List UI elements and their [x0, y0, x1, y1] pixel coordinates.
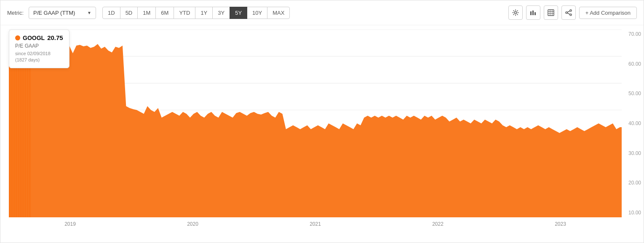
svg-rect-32: [29, 49, 30, 217]
share-icon: [565, 9, 572, 16]
x-label-2023: 2023: [555, 221, 566, 227]
svg-point-0: [514, 12, 516, 14]
chevron-down-icon: ▼: [87, 11, 91, 15]
y-label-20: 20.00: [623, 180, 644, 186]
ticker-dot: [15, 35, 20, 40]
svg-rect-30: [24, 51, 26, 217]
svg-rect-28: [20, 49, 21, 217]
svg-rect-4: [548, 10, 554, 16]
metric-select[interactable]: P/E GAAP (TTM) ▼: [29, 7, 96, 19]
svg-point-11: [566, 12, 567, 13]
time-btn-5y[interactable]: 5Y: [230, 7, 247, 19]
time-btn-6m[interactable]: 6M: [155, 7, 174, 19]
ticker-name: GOOGL: [23, 35, 45, 41]
svg-rect-3: [534, 12, 536, 15]
svg-wrapper: 70.00 60.00 50.00 40.00 30.00 20.00 10.0…: [9, 29, 644, 230]
chart-svg-container: [9, 29, 622, 217]
x-label-2022: 2022: [432, 221, 444, 227]
y-axis-labels: 70.00 60.00 50.00 40.00 30.00 20.00 10.0…: [623, 29, 644, 217]
y-label-30: 30.00: [623, 150, 644, 156]
toolbar: Metric: P/E GAAP (TTM) ▼ 1D5D1M6MYTD1Y3Y…: [0, 0, 644, 25]
tooltip-metric: P/E GAAP: [15, 43, 63, 49]
time-btn-max[interactable]: MAX: [267, 7, 290, 19]
gear-icon: [512, 9, 519, 16]
tooltip-ticker-row: GOOGL 20.75: [15, 34, 63, 41]
x-label-2021: 2021: [310, 221, 321, 227]
svg-rect-31: [27, 53, 28, 217]
svg-rect-29: [22, 47, 24, 217]
ticker-value: 20.75: [47, 34, 63, 41]
time-btn-ytd[interactable]: YTD: [174, 7, 195, 19]
svg-point-10: [570, 14, 572, 16]
table-icon-button[interactable]: [544, 5, 558, 20]
svg-line-13: [567, 13, 570, 14]
y-label-40: 40.00: [623, 120, 644, 126]
time-btn-3y[interactable]: 3Y: [212, 7, 230, 19]
bar-chart-icon: [530, 10, 537, 16]
y-label-60: 60.00: [623, 61, 644, 67]
svg-marker-22: [9, 41, 622, 217]
chart-type-icon-button[interactable]: [526, 5, 540, 20]
time-buttons: 1D5D1M6MYTD1Y3Y5Y10YMAX: [103, 7, 290, 19]
svg-line-12: [567, 11, 570, 12]
time-btn-1m[interactable]: 1M: [137, 7, 156, 19]
chart-container: Metric: P/E GAAP (TTM) ▼ 1D5D1M6MYTD1Y3Y…: [0, 0, 644, 243]
x-axis-labels: 2019 2020 2021 2022 2023: [9, 218, 622, 230]
svg-point-9: [570, 10, 572, 11]
y-label-70: 70.00: [623, 31, 644, 37]
time-btn-10y[interactable]: 10Y: [247, 7, 267, 19]
time-btn-1d[interactable]: 1D: [102, 7, 120, 19]
tooltip-card: GOOGL 20.75 P/E GAAP since 02/09/2018 (1…: [9, 29, 69, 68]
svg-rect-2: [532, 11, 534, 15]
metric-value: P/E GAAP (TTM): [33, 10, 75, 16]
table-icon: [548, 9, 554, 16]
svg-rect-27: [18, 43, 19, 217]
add-comparison-button[interactable]: + Add Comparison: [579, 7, 637, 19]
svg-rect-26: [16, 45, 17, 217]
price-chart: [9, 29, 622, 217]
time-btn-5d[interactable]: 5D: [120, 7, 138, 19]
tooltip-since: since 02/09/2018 (1827 days): [15, 51, 63, 64]
svg-rect-1: [530, 11, 532, 15]
settings-icon-button[interactable]: [508, 5, 523, 20]
time-btn-1y[interactable]: 1Y: [195, 7, 213, 19]
chart-area: GOOGL 20.75 P/E GAAP since 02/09/2018 (1…: [0, 25, 644, 243]
y-label-10: 10.00: [623, 210, 644, 216]
y-label-50: 50.00: [623, 91, 644, 96]
x-label-2020: 2020: [187, 221, 198, 227]
metric-label: Metric:: [7, 10, 24, 16]
x-label-2019: 2019: [64, 221, 76, 227]
share-icon-button[interactable]: [561, 5, 576, 20]
